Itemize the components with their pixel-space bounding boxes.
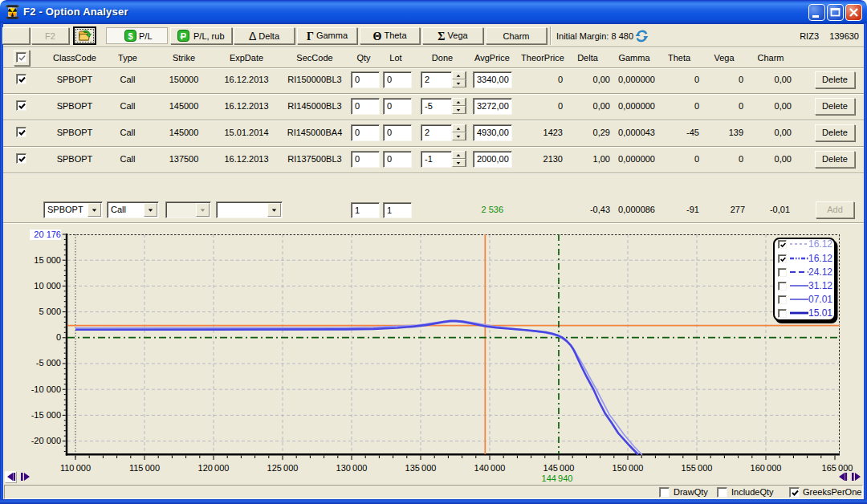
svg-text:P: P [181,31,186,41]
svg-text:$: $ [128,31,132,41]
